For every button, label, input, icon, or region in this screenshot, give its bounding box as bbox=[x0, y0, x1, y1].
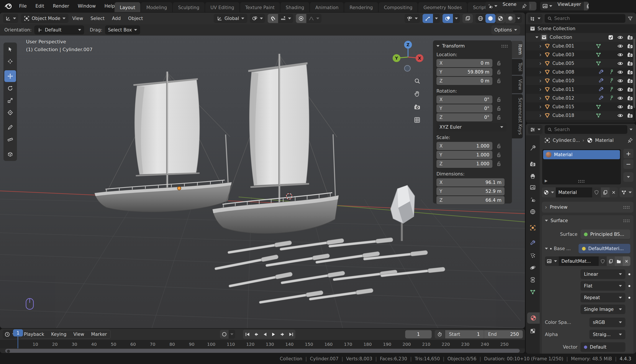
timeline-menu-item[interactable]: Marker bbox=[88, 330, 110, 338]
eye-icon[interactable] bbox=[617, 104, 623, 110]
object-origin-dot[interactable] bbox=[178, 186, 181, 190]
scene-collection-row[interactable]: Scene Collection bbox=[526, 24, 636, 33]
number-field[interactable]: Z 0 m bbox=[436, 77, 492, 85]
outliner-row[interactable]: › Cube.010 bbox=[526, 76, 636, 85]
default-orientation-dropdown[interactable]: Default bbox=[34, 26, 84, 34]
tab-modifiers[interactable] bbox=[526, 237, 540, 248]
tab-render[interactable] bbox=[526, 158, 540, 170]
outliner-scrollbar[interactable] bbox=[634, 38, 635, 121]
gizmo-minus-z-axis[interactable] bbox=[404, 65, 410, 72]
gizmo-z-axis[interactable]: Z bbox=[404, 41, 412, 48]
unlink-material-button[interactable] bbox=[610, 188, 618, 198]
orthographic-toggle-icon[interactable] bbox=[414, 117, 420, 123]
proportional-editing-toggle[interactable] bbox=[296, 14, 306, 23]
list-expand-icon[interactable]: ▶ bbox=[545, 178, 548, 183]
alpha-dropdown[interactable]: Straig... bbox=[589, 330, 625, 339]
pan-hand-icon[interactable] bbox=[414, 91, 420, 97]
tab-scene[interactable] bbox=[526, 194, 540, 205]
current-frame-indicator[interactable]: 1 bbox=[13, 329, 23, 336]
material-slot-selected[interactable]: Material bbox=[543, 150, 620, 159]
gizmo-x-axis[interactable]: X bbox=[416, 54, 424, 62]
transform-tool[interactable] bbox=[4, 107, 16, 118]
tab-object-data[interactable] bbox=[526, 286, 540, 298]
overlays-dropdown[interactable] bbox=[453, 14, 460, 23]
rock[interactable] bbox=[390, 185, 415, 241]
material-slot-list[interactable]: Material ▶ bbox=[542, 149, 621, 185]
surface-panel-header[interactable]: Surface bbox=[542, 215, 634, 226]
tab-constraints[interactable] bbox=[526, 274, 540, 286]
lock-icon[interactable] bbox=[496, 152, 502, 158]
workspace-tab[interactable]: Animation bbox=[310, 2, 344, 12]
use-preview-range-toggle[interactable] bbox=[435, 330, 445, 338]
timeline-ruler[interactable]: 1020304050607080901001101201301401501601… bbox=[0, 340, 525, 348]
extension-dropdown[interactable]: Repeat bbox=[580, 293, 625, 302]
gizmo-y-axis[interactable]: Y bbox=[392, 54, 400, 62]
jump-to-start-button[interactable] bbox=[244, 330, 252, 338]
n-panel-tab[interactable]: View bbox=[512, 76, 523, 94]
tab-particles[interactable] bbox=[526, 250, 540, 261]
viewport-menu-item[interactable]: Object bbox=[124, 16, 147, 21]
outliner-row[interactable]: › Cube.005 bbox=[526, 59, 636, 68]
number-field[interactable]: Y 59.809 m bbox=[436, 68, 492, 76]
link-mode-button[interactable] bbox=[620, 188, 634, 198]
n-panel-tab[interactable]: Screencast Keys bbox=[512, 94, 523, 138]
scale-tool[interactable] bbox=[4, 94, 16, 106]
duplicate-image-button[interactable] bbox=[607, 256, 615, 266]
number-field[interactable]: X 0 m bbox=[436, 59, 492, 67]
checkbox-icon[interactable] bbox=[608, 35, 614, 40]
expand-icon[interactable]: › bbox=[539, 78, 542, 84]
tab-texture[interactable] bbox=[526, 326, 540, 337]
number-field[interactable]: Y 0° bbox=[436, 104, 492, 112]
measure-tool[interactable] bbox=[4, 134, 16, 145]
animate-dot[interactable] bbox=[628, 285, 630, 287]
expand-icon[interactable]: › bbox=[539, 43, 542, 49]
outliner-row[interactable]: › Cube.018 bbox=[526, 111, 636, 120]
ship-left[interactable] bbox=[94, 72, 232, 212]
expand-icon[interactable]: › bbox=[539, 52, 542, 58]
list-resize-grip[interactable] bbox=[578, 180, 585, 183]
workspace-tab[interactable]: Shading bbox=[280, 2, 309, 12]
navigation-gizmo[interactable]: Z Y X bbox=[392, 41, 424, 73]
viewport-menu-item[interactable]: Add bbox=[108, 16, 124, 21]
outliner-row[interactable]: › Cube.015 bbox=[526, 102, 636, 111]
tab-world[interactable] bbox=[526, 206, 540, 217]
shading-material-button[interactable] bbox=[496, 14, 506, 23]
keying-set-dropdown[interactable] bbox=[229, 330, 235, 338]
end-frame-field[interactable]: End250 bbox=[484, 330, 523, 338]
workspace-tab[interactable]: Layout bbox=[114, 2, 140, 12]
tab-material[interactable] bbox=[527, 312, 540, 324]
slot-specials-button[interactable] bbox=[624, 172, 634, 182]
base-color-input-button[interactable]: DefaultMateri... bbox=[578, 244, 630, 253]
menu-item[interactable]: File bbox=[15, 0, 31, 12]
previous-keyframe-button[interactable] bbox=[252, 330, 260, 338]
outliner-editor-type-button[interactable] bbox=[528, 14, 542, 23]
outliner-row[interactable]: › Cube.012 bbox=[526, 94, 636, 102]
tab-tool[interactable] bbox=[526, 143, 540, 154]
number-field[interactable]: Z 0° bbox=[436, 113, 492, 122]
falloff-dropdown[interactable] bbox=[306, 14, 322, 23]
camera-icon[interactable] bbox=[627, 104, 633, 110]
animate-dot[interactable] bbox=[628, 297, 630, 299]
timeline-scrollbar[interactable] bbox=[5, 349, 520, 353]
viewlayer-name[interactable]: ViewLayer bbox=[554, 2, 584, 10]
viewport-menu-item[interactable]: View bbox=[68, 16, 87, 21]
number-field[interactable]: Y 52.9 m bbox=[436, 187, 504, 196]
projection-dropdown[interactable]: Flat bbox=[580, 281, 625, 291]
remove-slot-button[interactable]: − bbox=[624, 159, 634, 169]
gizmos-toggle[interactable] bbox=[422, 14, 433, 23]
number-field[interactable]: X 96.1 m bbox=[436, 178, 504, 186]
tab-view-layer[interactable] bbox=[526, 182, 540, 193]
outliner-row[interactable]: › Cube.011 bbox=[526, 85, 636, 94]
transform-panel-header[interactable]: Transform bbox=[436, 44, 508, 48]
annotate-tool[interactable] bbox=[4, 122, 16, 133]
expand-base-color-icon[interactable] bbox=[545, 248, 548, 250]
new-scene-button[interactable] bbox=[529, 2, 536, 10]
add-cube-tool[interactable] bbox=[4, 148, 16, 160]
snap-toggle[interactable] bbox=[268, 14, 278, 23]
eye-icon[interactable] bbox=[617, 52, 623, 58]
camera-icon[interactable] bbox=[627, 34, 633, 40]
n-panel-tab[interactable]: Tool bbox=[512, 59, 523, 75]
shading-wireframe-button[interactable] bbox=[476, 14, 486, 23]
lock-icon[interactable] bbox=[496, 97, 502, 102]
xray-toggle[interactable] bbox=[462, 14, 473, 23]
